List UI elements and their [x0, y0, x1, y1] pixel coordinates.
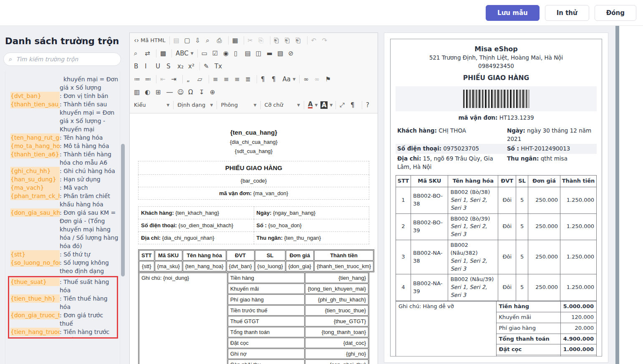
close-button[interactable]: Đóng [595, 5, 636, 21]
spell-check-button[interactable]: ABC▼ [174, 48, 195, 58]
image-button-button[interactable]: ▧ [276, 48, 287, 58]
save-template-button[interactable]: Lưu mẫu [486, 5, 540, 21]
merge-field-token[interactable]: {tien_thue_hh} [10, 294, 60, 303]
merge-field-item[interactable]: {ghi_chu_hh}Ghi chú hàng hóa [10, 167, 120, 175]
merge-field-item[interactable]: {han_su_dung}Hạn sử dụng [10, 175, 120, 183]
form-button[interactable]: ▭ [200, 48, 211, 58]
smiley-button[interactable]: ☺ [176, 87, 187, 97]
anchor-button[interactable]: ⚑ [323, 74, 334, 84]
div-container-button[interactable]: ▱ [196, 74, 207, 84]
merge-field-token[interactable]: {ma_vach} [10, 183, 60, 192]
source-button[interactable]: ‹›Mã HTML [132, 35, 167, 45]
merge-field-token[interactable]: {stt} [10, 250, 60, 259]
link-button[interactable]: ∞ [302, 74, 313, 84]
merge-field-token[interactable]: {tien_hang_truoc_thue} [10, 328, 60, 336]
text-field-button[interactable]: ▯ [232, 48, 243, 58]
editor-canvas[interactable]: {ten_cua_hang} {dia_chi_cua_hang} {sdt_c… [130, 118, 378, 364]
search-box[interactable]: ⌕ [3, 53, 121, 66]
merge-field-item[interactable]: {dvt_ban}Đơn vị tính bán [10, 92, 120, 100]
merge-field-token[interactable]: {ghi_chu_hh} [10, 167, 60, 175]
merge-field-item[interactable]: {phan_tram_ck_hang}Phần trăm chiết khấu … [10, 192, 120, 208]
italic-button[interactable]: I [143, 61, 154, 71]
remove-format-button[interactable]: Tx [213, 61, 224, 71]
image-button[interactable]: ▥ [132, 87, 143, 97]
merge-field-item[interactable]: {thanh_tien_a6}Thành tiền hàng hóa cho m… [10, 150, 120, 167]
merge-field-item[interactable]: {ma_vach}Mã vạch [10, 183, 120, 192]
export-pdf-button[interactable]: ⇩ [194, 35, 204, 45]
merge-field-token[interactable]: {phan_tram_ck_hang} [10, 192, 60, 200]
hidden-field-button[interactable]: ⊘ [287, 48, 298, 58]
justify-button[interactable]: ≣ [244, 74, 255, 84]
align-left-button[interactable]: ≡ [211, 74, 222, 84]
copy-formatting-button[interactable]: ✎ [202, 61, 213, 71]
merge-field-token[interactable]: {thue_suat} [10, 278, 60, 286]
ltr-button[interactable]: ¶ [259, 74, 270, 84]
merge-field-token[interactable]: {don_gia_truoc_thue} [10, 311, 60, 319]
merge-field-token[interactable]: {so_luong_no_format} [10, 259, 60, 267]
language-button[interactable]: Aa▼ [281, 74, 297, 84]
blockquote-button[interactable]: „ [185, 74, 196, 84]
radio-button[interactable]: ◉ [222, 48, 232, 58]
merge-field-item[interactable]: {don_gia_truoc_thue}Đơn giá trước thuế [10, 311, 117, 328]
print-button[interactable]: ⎙ [215, 35, 226, 45]
numbered-list-button[interactable]: ≔ [132, 74, 143, 84]
bold-button[interactable]: B [132, 61, 143, 71]
search-input[interactable] [15, 55, 116, 63]
format-button[interactable]: Định dạng▼ [176, 100, 214, 110]
select-all-button[interactable]: ▩ [159, 48, 169, 58]
strikethrough-button[interactable]: S [165, 61, 176, 71]
find-button[interactable]: ⌕ [132, 48, 143, 58]
templates-button[interactable]: ▦ [231, 35, 242, 45]
merge-field-item[interactable]: {thue_suat}Thuế suất hàng hóa [10, 278, 117, 294]
textarea-button[interactable]: ▤ [243, 48, 254, 58]
special-char-button[interactable]: Ω [187, 87, 197, 97]
styles-button[interactable]: Kiểu▼ [132, 100, 171, 110]
merge-field-token[interactable]: {ten_hang_rut_gon} [10, 133, 60, 142]
font-button[interactable]: Phông▼ [219, 100, 258, 110]
merge-field-token[interactable]: {dvt_ban} [10, 92, 60, 100]
underline-button[interactable]: U [154, 61, 165, 71]
show-blocks-button[interactable]: ¶ [349, 100, 360, 110]
merge-field-item[interactable]: {thanh_tien_sau_km}Thành tiền sau khuyến… [10, 100, 120, 133]
align-center-button[interactable]: ≡ [222, 74, 233, 84]
paste-word-button[interactable]: ⎗ [294, 35, 305, 45]
font-size-button[interactable]: Cỡ chữ▼ [263, 100, 302, 110]
subscript-button[interactable]: x₂ [176, 61, 187, 71]
merge-field-token[interactable]: {don_gia_sau_khuyen_mai} [10, 208, 60, 217]
align-right-button[interactable]: ≡ [233, 74, 244, 84]
merge-field-token[interactable]: {mo_ta_hang_hoa} [10, 142, 60, 150]
indent-button[interactable]: ⇥ [169, 74, 180, 84]
horizontal-rule-button[interactable]: ― [165, 87, 176, 97]
replace-button[interactable]: ⇄ [143, 48, 154, 58]
paste-button[interactable]: ⎗ [272, 35, 283, 45]
merge-field-item[interactable]: {mo_ta_hang_hoa}Mô tả hàng hóa [10, 142, 120, 150]
checkbox-button[interactable]: ☑ [211, 48, 222, 58]
bg-color-button[interactable]: A▼ [319, 100, 333, 110]
merge-field-item[interactable]: {stt}Số thứ tự [10, 250, 120, 259]
text-color-button[interactable]: A▼ [306, 100, 319, 110]
flash-button[interactable]: ◐ [143, 87, 154, 97]
test-print-button[interactable]: In thử [545, 5, 589, 21]
rtl-button[interactable]: ¶ [270, 74, 281, 84]
iframe-button[interactable]: ⊕ [208, 87, 219, 97]
superscript-button[interactable]: x² [187, 61, 197, 71]
merge-field-item[interactable]: {tien_thue_hh}Tiền thuế hàng hóa [10, 294, 117, 311]
new-page-button[interactable]: ▢ [183, 35, 194, 45]
select-field-button[interactable]: ◫ [254, 48, 265, 58]
bulleted-list-button[interactable]: ≕ [143, 74, 154, 84]
button-field-button[interactable]: ▬ [265, 48, 276, 58]
about-button[interactable]: ? [364, 100, 375, 110]
merge-field-token[interactable]: {thanh_tien_a6} [10, 150, 60, 158]
merge-field-item[interactable]: {tien_hang_truoc_thue}Tiền hàng trước th… [10, 328, 117, 339]
merge-field-item[interactable]: {so_luong_no_format}Số lượng không theo … [10, 259, 120, 275]
sidebar-scrollbar[interactable] [121, 144, 125, 276]
page-scrollbar[interactable] [615, 26, 619, 364]
table-button[interactable]: ⊞ [154, 87, 165, 97]
paste-text-button[interactable]: ⎗ [283, 35, 294, 45]
page-break-button[interactable]: ↧ [197, 87, 208, 97]
merge-field-token[interactable]: {han_su_dung} [10, 175, 60, 183]
maximize-button[interactable]: ⤢ [338, 100, 349, 110]
merge-field-item[interactable]: {ten_hang_rut_gon}Tên hàng hóa [10, 133, 120, 142]
merge-field-token[interactable]: {thanh_tien_sau_km} [10, 100, 60, 108]
merge-field-item[interactable]: {don_gia_sau_khuyen_mai}Đơn giá sau KM =… [10, 208, 120, 250]
